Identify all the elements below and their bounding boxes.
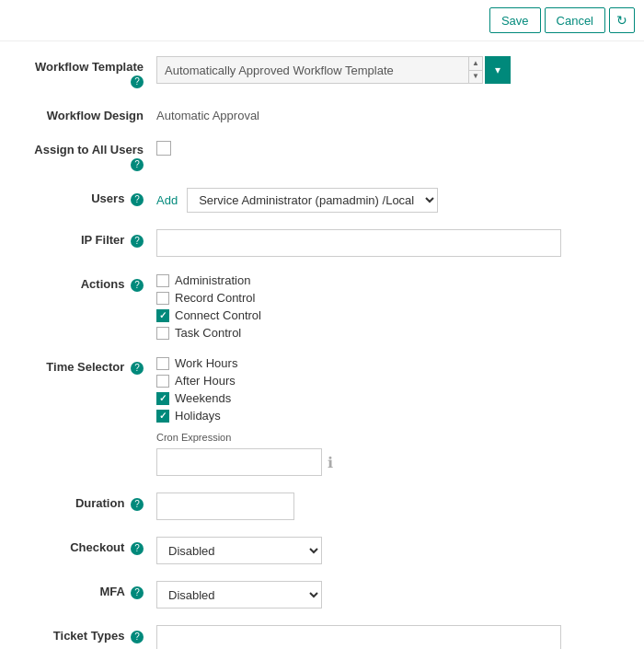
duration-input[interactable]	[156, 493, 294, 520]
workflow-design-row: Workflow Design Automatic Approval	[18, 105, 626, 122]
actions-record-control-item: Record Control	[156, 291, 261, 305]
checkout-select[interactable]: Disabled Enabled	[156, 537, 322, 564]
time-holidays-item: ✓ Holidays	[156, 409, 333, 423]
mfa-help-icon[interactable]: ?	[131, 586, 144, 599]
cancel-button[interactable]: Cancel	[545, 7, 605, 33]
duration-help-icon[interactable]: ?	[131, 498, 144, 511]
checkout-help-icon[interactable]: ?	[131, 542, 144, 555]
time-holidays-label: Holidays	[175, 409, 221, 423]
cron-input[interactable]	[156, 448, 322, 476]
time-after-hours-checkbox[interactable]	[156, 375, 169, 388]
time-weekends-checkbox[interactable]: ✓	[156, 392, 169, 405]
time-weekends-label: Weekends	[175, 391, 231, 405]
assign-all-users-help-icon[interactable]: ?	[131, 158, 144, 171]
workflow-template-dropdown-btn[interactable]: ▾	[485, 56, 511, 84]
assign-all-users-checkbox[interactable]	[156, 141, 171, 156]
top-bar: Save Cancel ↻	[0, 0, 644, 41]
actions-record-control-label: Record Control	[175, 291, 255, 305]
actions-administration-label: Administration	[175, 273, 250, 287]
ip-filter-input[interactable]	[156, 229, 561, 257]
time-weekends-item: ✓ Weekends	[156, 391, 333, 405]
workflow-template-up-arrow[interactable]: ▲	[469, 57, 482, 71]
mfa-select[interactable]: Disabled Enabled	[156, 581, 322, 608]
ticket-types-row: Ticket Types ?	[18, 625, 626, 649]
checkout-row: Checkout ? Disabled Enabled	[18, 537, 626, 564]
ticket-types-content	[156, 625, 626, 649]
ip-filter-row: IP Filter ?	[18, 229, 626, 257]
cron-expression-label: Cron Expression	[156, 432, 333, 443]
workflow-design-value: Automatic Approval	[156, 105, 259, 122]
duration-content	[156, 493, 626, 520]
actions-record-control-checkbox[interactable]	[156, 292, 169, 305]
mfa-label: MFA ?	[18, 581, 156, 599]
assign-all-users-label: Assign to All Users ?	[18, 139, 156, 171]
workflow-template-label: Workflow Template ?	[18, 56, 156, 88]
assign-all-users-row: Assign to All Users ?	[18, 139, 626, 171]
users-label: Users ?	[18, 188, 156, 206]
actions-task-control-checkbox[interactable]	[156, 327, 169, 340]
duration-label: Duration ?	[18, 493, 156, 511]
users-input-group: Add Service Administrator (pamadmin) /Lo…	[156, 188, 438, 213]
actions-administration-item: Administration	[156, 273, 261, 287]
workflow-design-content: Automatic Approval	[156, 105, 626, 122]
form-body: Workflow Template ? ▲ ▼ ▾ Workflow Desig…	[0, 41, 644, 649]
workflow-template-content: ▲ ▼ ▾	[156, 56, 626, 84]
ip-filter-content	[156, 229, 626, 257]
actions-connect-control-label: Connect Control	[175, 308, 261, 322]
duration-row: Duration ?	[18, 493, 626, 520]
refresh-button[interactable]: ↻	[609, 7, 635, 33]
actions-connect-control-checkbox[interactable]: ✓	[156, 309, 169, 322]
workflow-template-input-group: ▲ ▼ ▾	[156, 56, 511, 84]
workflow-template-row: Workflow Template ? ▲ ▼ ▾	[18, 56, 626, 88]
time-selector-help-icon[interactable]: ?	[131, 362, 144, 375]
workflow-template-input[interactable]	[156, 56, 469, 84]
actions-task-control-label: Task Control	[175, 326, 241, 340]
assign-all-users-content	[156, 139, 626, 156]
time-work-hours-label: Work Hours	[175, 356, 237, 370]
ticket-types-label: Ticket Types ?	[18, 625, 156, 643]
users-row: Users ? Add Service Administrator (pamad…	[18, 188, 626, 213]
time-selector-row: Time Selector ? Work Hours After Hours ✓…	[18, 356, 626, 476]
users-select[interactable]: Service Administrator (pamadmin) /Local	[187, 188, 438, 213]
actions-task-control-item: Task Control	[156, 326, 261, 340]
checkout-content: Disabled Enabled	[156, 537, 626, 564]
cron-info-icon[interactable]: ℹ	[328, 454, 333, 471]
actions-label: Actions ?	[18, 273, 156, 292]
time-selector-content: Work Hours After Hours ✓ Weekends ✓ Holi…	[156, 356, 626, 476]
time-selector-block: Work Hours After Hours ✓ Weekends ✓ Holi…	[156, 356, 333, 476]
workflow-template-arrows: ▲ ▼	[469, 56, 483, 84]
time-after-hours-item: After Hours	[156, 374, 333, 388]
ip-filter-label: IP Filter ?	[18, 229, 156, 248]
workflow-design-label: Workflow Design	[18, 105, 156, 122]
save-button[interactable]: Save	[489, 7, 541, 33]
time-work-hours-item: Work Hours	[156, 356, 333, 370]
actions-administration-checkbox[interactable]	[156, 274, 169, 287]
users-help-icon[interactable]: ?	[131, 193, 144, 206]
time-work-hours-checkbox[interactable]	[156, 357, 169, 370]
time-selector-label: Time Selector ?	[18, 356, 156, 375]
actions-row: Actions ? Administration Record Control …	[18, 273, 626, 340]
users-add-link[interactable]: Add	[156, 193, 178, 207]
actions-content: Administration Record Control ✓ Connect …	[156, 273, 626, 340]
ticket-types-input[interactable]	[156, 625, 561, 649]
mfa-row: MFA ? Disabled Enabled	[18, 581, 626, 608]
users-content: Add Service Administrator (pamadmin) /Lo…	[156, 188, 626, 213]
cron-row: ℹ	[156, 448, 333, 476]
time-after-hours-label: After Hours	[175, 374, 236, 388]
actions-help-icon[interactable]: ?	[131, 279, 144, 292]
actions-connect-control-item: ✓ Connect Control	[156, 308, 261, 322]
actions-checkbox-group: Administration Record Control ✓ Connect …	[156, 273, 261, 340]
workflow-template-help-icon[interactable]: ?	[131, 75, 144, 88]
ip-filter-help-icon[interactable]: ?	[131, 235, 144, 248]
mfa-content: Disabled Enabled	[156, 581, 626, 608]
workflow-template-down-arrow[interactable]: ▼	[469, 71, 482, 84]
checkout-label: Checkout ?	[18, 537, 156, 555]
time-holidays-checkbox[interactable]: ✓	[156, 410, 169, 423]
ticket-types-help-icon[interactable]: ?	[131, 631, 144, 643]
